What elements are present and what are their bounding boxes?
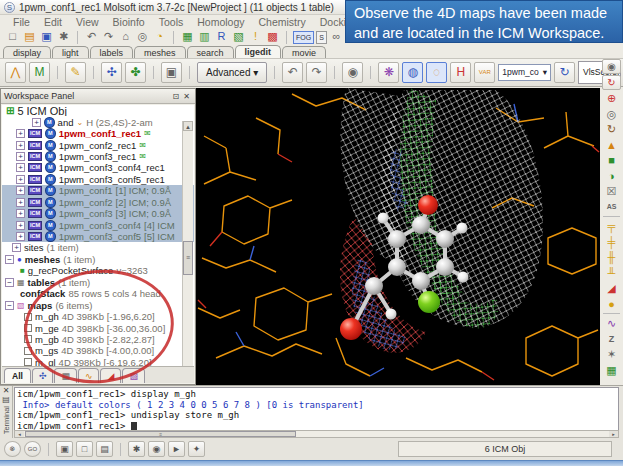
load-table-icon[interactable]: ▦ [180,30,195,44]
undo-icon[interactable]: ↶ [84,30,99,44]
warning-icon[interactable]: ! [248,30,263,44]
tree-section-tables[interactable]: − ▦ tables (1 item) [2,277,194,288]
open-folder-icon[interactable]: ▤ [22,30,37,44]
expand-icon[interactable]: + [16,198,25,207]
filter-tables-icon[interactable]: ▦ [54,368,77,383]
layout-split-button[interactable]: ▤ [96,441,113,457]
scrollbar-thumb[interactable]: ≡ [25,431,296,437]
filter-tab-all[interactable]: All [4,368,31,383]
rotate-object-icon[interactable]: ◑ [602,169,621,184]
layout-full-button[interactable]: ▣ [56,441,73,457]
color-molecule-icon[interactable]: ✤ [125,62,146,83]
var-icon[interactable]: VAR [474,62,495,83]
mesh-fan-icon[interactable]: ◢ [602,281,621,296]
hydrogen-toggle-icon[interactable]: H [450,62,471,83]
expand-icon[interactable]: + [16,141,25,150]
tree-section-maps[interactable]: − ▧ maps (6 items) [2,299,194,310]
as-graphic-icon[interactable]: AS [602,200,621,215]
tree-item-conformer-selected[interactable]: + ICM M 1pwm_conf3_conf4 [4] ICM [2,219,194,230]
pencil-edit-icon[interactable]: ✎ [65,62,86,83]
object-select-dropdown[interactable]: 1pwm_co ▾ [498,64,551,81]
save-log-icon[interactable]: ▤ [2,395,10,404]
tree-item-conformer-selected[interactable]: + ICM M 1pwm_conf1 [1] ICM; 0.9Å [2,185,194,196]
stop-button[interactable]: ⊗ [4,441,21,457]
mol-2d-icon[interactable]: ⋀ [5,62,26,83]
purple-molecule-icon[interactable]: ❋ [378,62,399,83]
table-add-icon[interactable]: ▧ [231,30,246,44]
search-molecule-icon[interactable]: ◎ [135,30,150,44]
tab-light[interactable]: light [52,46,89,58]
go-button[interactable]: GO [24,441,41,457]
expand-icon[interactable]: + [16,209,25,218]
tree-item-receptor[interactable]: + ICM M 1pwm_conf3_rec1 ✉ [2,151,194,162]
tab-display[interactable]: display [3,46,51,58]
menu-view[interactable]: View [69,16,106,28]
viewer-3d[interactable] [196,88,600,385]
tree-item-conformer-selected[interactable]: + ICM M 1pwm_conf3_conf5 [5] ICM [2,231,194,242]
settings-gear-icon[interactable]: ✱ [56,30,71,44]
key-icon[interactable]: ✦ [188,441,205,457]
menu-edit[interactable]: Edit [37,16,69,28]
filter-sticks-icon[interactable]: ∿ [78,368,100,383]
tree-section-sites[interactable]: + sites (1 item) [2,242,194,253]
grid-tool-icon[interactable]: ▦ [602,363,621,378]
advanced-button[interactable]: Advanced ▾ [197,62,267,83]
tree-section-meshes[interactable]: − ● meshes (1 item) [2,254,194,265]
clip-slab-icon[interactable]: ╪ [602,235,621,250]
menu-bioinfo[interactable]: Bioinfo [106,16,152,28]
dock-pin-icon[interactable]: ⊡ [171,92,182,101]
tab-labels[interactable]: labels [90,46,134,58]
close-icon[interactable]: ✕ [181,92,192,101]
scroll-left-icon[interactable]: ◂ [15,431,24,437]
tab-meshes[interactable]: meshes [134,46,186,58]
table-delete-icon[interactable]: ▩ [265,30,280,44]
lock-icon[interactable]: ● [602,297,621,312]
scroll-right-icon[interactable]: ▸ [609,431,618,437]
close-icon[interactable]: ✕ [3,386,10,395]
expand-icon[interactable]: + [16,152,25,161]
fog-toggle-button[interactable]: FOG [293,31,314,44]
filter-molecules-icon[interactable]: ✣ [32,368,54,383]
clip-both-icon[interactable]: ╫ [602,250,621,265]
tree-item-receptor[interactable]: + ICM M 1pwm_conf3_conf5_rec1 [2,174,194,185]
tree-item-mesh[interactable]: ■ g_recPocketSurface v=3263 [2,265,194,276]
torch-icon[interactable]: ▲ [602,138,621,153]
terminal-tab-label[interactable]: Terminal [2,406,11,434]
record-icon[interactable]: ◉ [602,59,621,74]
center-target-icon[interactable]: ◉ [342,62,363,83]
filter-maps-icon[interactable]: ▧ [122,368,145,383]
terminal-output[interactable]: icm/1pwm_conf1_rec1> display m_gh Info> … [14,387,619,431]
collapse-icon[interactable]: − [5,278,14,287]
expand-icon[interactable]: + [16,163,25,172]
rotate-icon[interactable]: ↻ [602,122,621,137]
tab-search[interactable]: search [187,46,234,58]
stereo-toggle-button[interactable]: S [316,31,327,44]
ballstick-icon[interactable]: ✣ [101,62,122,83]
tree-item-receptor[interactable]: + ICM M 1pwm_conf3_conf4_rec1 [2,162,194,173]
expand-icon[interactable]: + [16,186,25,195]
tab-ligedit[interactable]: ligedit [235,45,282,58]
filter-meshes-icon[interactable]: ◢ [100,368,121,383]
terminal-scrollbar[interactable]: ◂ ≡ ▸ [14,430,619,438]
gear-icon[interactable]: ✱ [128,441,145,457]
map-checkbox[interactable] [24,347,32,355]
tree-item-map[interactable]: m_ge 4D 398Kb [-36.00,36.00] [2,322,194,333]
tree-item-receptor[interactable]: + ICM M 1pwm_conf1_rec1 ✉ [2,128,194,139]
clip-back-icon[interactable]: ╨ [602,266,621,281]
expand-icon[interactable]: + [12,243,21,252]
expand-icon[interactable]: + [16,221,25,230]
refresh-icon[interactable]: ↻ [554,62,575,83]
expand-icon[interactable]: + [16,232,25,241]
tree-item-map[interactable]: m_gs 4D 398Kb [-4.00,0.00] [2,345,194,356]
pocket-icon[interactable]: ◌ [426,62,447,83]
move-icon[interactable]: ⊕ [602,91,621,106]
menu-tools[interactable]: Tools [152,16,191,28]
expand-icon[interactable]: + [16,175,25,184]
tree-item-receptor[interactable]: + ICM M 1pwm_conf2_rec1 ✉ [2,139,194,150]
scroll-up-icon[interactable]: ▲ [183,121,193,131]
camera-icon[interactable]: ◉ [148,441,165,457]
expand-icon[interactable]: + [16,129,25,138]
tree-item-conformer-selected[interactable]: + ICM M 1pwm_conf3 [3] ICM; 0.9Å [2,208,194,219]
clip-front-icon[interactable]: ╤ [602,219,621,234]
map-checkbox[interactable] [24,335,32,343]
